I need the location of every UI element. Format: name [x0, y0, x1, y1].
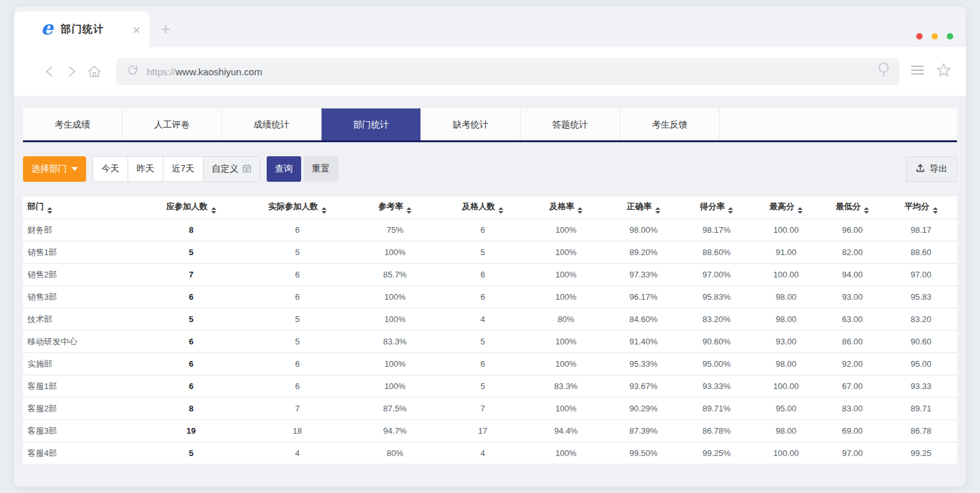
- new-tab-icon[interactable]: +: [161, 20, 170, 37]
- department-stats-table: 部门应参加人数实际参加人数参考率及格人数及格率正确率得分率最高分最低分平均分 财…: [23, 196, 957, 465]
- sort-icon[interactable]: [864, 207, 869, 214]
- window-dot-red[interactable]: [916, 33, 923, 40]
- value-cell: 6: [440, 264, 526, 286]
- menu-icon[interactable]: [910, 64, 925, 79]
- filter-bar: 选择部门 今天昨天近7天自定义 查询 重置 导出: [23, 142, 957, 196]
- date-filter-button[interactable]: 自定义: [203, 156, 260, 182]
- search-icon[interactable]: [877, 62, 891, 81]
- toolbar-right-icons: [910, 62, 952, 81]
- value-cell: 83.20: [885, 309, 957, 331]
- value-cell: 100%: [526, 219, 606, 242]
- column-header[interactable]: 得分率: [681, 196, 752, 219]
- url-text: https://www.kaoshiyun.com: [147, 66, 262, 77]
- table-row: 财务部8675%6100%98.00%98.17%100.0096.0098.1…: [23, 219, 957, 242]
- sort-icon[interactable]: [322, 207, 327, 214]
- select-department-label: 选择部门: [31, 163, 67, 175]
- value-cell: 89.71: [885, 398, 957, 420]
- export-button[interactable]: 导出: [906, 156, 957, 182]
- value-cell: 98.00%: [606, 219, 681, 242]
- value-cell: 89.71%: [681, 398, 752, 420]
- reset-button[interactable]: 重置: [304, 156, 338, 182]
- value-cell: 98.17: [885, 219, 957, 242]
- value-cell: 100.00: [752, 264, 820, 286]
- value-cell: 93.33: [885, 376, 957, 398]
- sort-icon[interactable]: [577, 207, 583, 214]
- value-cell: 18: [244, 420, 350, 443]
- date-filter-button[interactable]: 昨天: [128, 156, 163, 182]
- export-label: 导出: [930, 163, 947, 175]
- column-header[interactable]: 平均分: [885, 196, 957, 219]
- query-button[interactable]: 查询: [267, 156, 301, 182]
- module-tab[interactable]: 考生反馈: [620, 108, 720, 140]
- caret-down-icon: [71, 167, 78, 171]
- department-cell: 客服1部: [23, 376, 138, 398]
- column-header[interactable]: 最低分: [820, 196, 885, 219]
- value-cell: 7: [244, 398, 350, 420]
- sort-icon[interactable]: [498, 207, 503, 214]
- address-bar[interactable]: https://www.kaoshiyun.com: [116, 58, 900, 85]
- window-dot-green[interactable]: [947, 33, 953, 40]
- value-cell: 5: [138, 242, 244, 264]
- sort-icon[interactable]: [728, 207, 733, 214]
- value-cell: 5: [440, 331, 526, 353]
- back-icon[interactable]: [43, 64, 56, 78]
- column-header[interactable]: 参考率: [350, 196, 440, 219]
- module-tab[interactable]: 答题统计: [521, 108, 620, 140]
- sort-icon[interactable]: [406, 207, 412, 214]
- sort-icon[interactable]: [798, 207, 803, 214]
- select-department-button[interactable]: 选择部门: [23, 156, 86, 182]
- home-icon[interactable]: [87, 64, 102, 78]
- column-header[interactable]: 应参加人数: [138, 196, 244, 219]
- column-header[interactable]: 及格率: [526, 196, 606, 219]
- date-filter-button[interactable]: 近7天: [163, 156, 204, 182]
- value-cell: 4: [440, 443, 526, 465]
- module-tab[interactable]: 部门统计: [322, 108, 421, 140]
- module-tab[interactable]: 人工评卷: [122, 108, 222, 140]
- module-tab[interactable]: 成绩统计: [222, 108, 322, 140]
- window-controls: [916, 33, 953, 40]
- column-header[interactable]: 部门: [23, 196, 138, 219]
- department-cell: 技术部: [23, 309, 138, 331]
- column-header[interactable]: 最高分: [752, 196, 820, 219]
- value-cell: 100.00: [752, 376, 820, 398]
- browser-tab[interactable]: e 部门统计 ×: [14, 11, 149, 47]
- refresh-icon[interactable]: [126, 64, 139, 79]
- value-cell: 5: [244, 331, 350, 353]
- value-cell: 6: [244, 376, 350, 398]
- value-cell: 7: [138, 264, 244, 286]
- value-cell: 4: [244, 443, 350, 465]
- sort-icon[interactable]: [655, 207, 660, 214]
- column-header[interactable]: 实际参加人数: [244, 196, 350, 219]
- value-cell: 93.33%: [681, 376, 752, 398]
- close-tab-icon[interactable]: ×: [133, 23, 140, 36]
- value-cell: 88.60: [885, 242, 957, 264]
- date-filter-button[interactable]: 今天: [93, 156, 128, 182]
- bookmark-star-icon[interactable]: [935, 62, 952, 81]
- table-row: 销售1部55100%5100%89.20%88.60%91.0082.0088.…: [23, 242, 957, 264]
- value-cell: 97.00: [885, 264, 957, 286]
- column-label: 平均分: [905, 202, 930, 211]
- value-cell: 97.33%: [606, 264, 681, 286]
- module-tab[interactable]: 缺考统计: [421, 108, 521, 140]
- table-row: 销售3部66100%6100%96.17%95.83%98.0093.0095.…: [23, 286, 957, 309]
- sort-icon[interactable]: [211, 207, 216, 214]
- column-header[interactable]: 及格人数: [440, 196, 526, 219]
- sort-icon[interactable]: [933, 207, 938, 214]
- value-cell: 99.25: [885, 443, 957, 465]
- value-cell: 100.00: [752, 443, 820, 465]
- department-cell: 财务部: [23, 219, 138, 242]
- value-cell: 100%: [350, 309, 440, 331]
- column-header[interactable]: 正确率: [606, 196, 681, 219]
- value-cell: 84.60%: [606, 309, 681, 331]
- value-cell: 83.20%: [681, 309, 752, 331]
- column-label: 实际参加人数: [269, 202, 318, 211]
- value-cell: 19: [138, 420, 244, 443]
- forward-icon[interactable]: [65, 64, 78, 78]
- value-cell: 98.00: [752, 353, 820, 376]
- column-label: 最高分: [769, 202, 794, 211]
- sort-icon[interactable]: [47, 207, 52, 214]
- module-tab[interactable]: 考生成绩: [23, 108, 122, 140]
- window-dot-yellow[interactable]: [932, 33, 938, 40]
- value-cell: 86.00: [820, 331, 885, 353]
- value-cell: 100%: [350, 376, 440, 398]
